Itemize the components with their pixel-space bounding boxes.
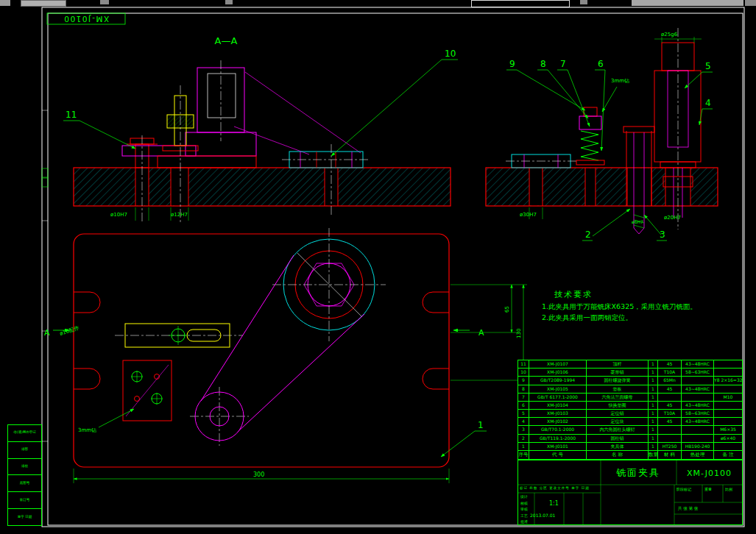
tech-requirements: 技术要求 1.此夹具用于万能铣床X6325，采用立铣刀铣面。 2.此夹具采用一面…: [542, 290, 697, 321]
margin-marks: [42, 168, 48, 187]
bom-cell: [714, 402, 742, 409]
bom-cell: T10A: [658, 369, 682, 376]
bom-cell: 顶杆: [587, 360, 649, 368]
bom-row: 4XM-J0102定位块14543~48HRC: [518, 418, 742, 426]
bom-cell: 43~48HRC: [682, 418, 714, 425]
bom-cell: 定位块: [587, 418, 649, 425]
bom-cell: 1: [649, 360, 658, 368]
bom-cell: [682, 435, 714, 442]
bom-cell: [714, 418, 742, 425]
bom-cell: [714, 443, 742, 450]
callout-8: 8: [540, 59, 546, 69]
scale-label: 比例: [725, 487, 732, 491]
bom-header-row: 序号代 号名 称数量材 料热处理备 注: [518, 451, 742, 459]
bom-cell: XM-J0101: [529, 443, 587, 450]
bom-row: 11XM-J0107顶杆14543~48HRC: [518, 360, 742, 369]
bom-cell: 数量: [649, 451, 658, 459]
dim-65: 65: [504, 306, 510, 313]
callout-1: 1: [478, 420, 484, 430]
bom-cell: 材 料: [658, 451, 682, 459]
dim-130: 130: [516, 329, 522, 338]
bom-cell: [714, 410, 742, 417]
callout-10: 10: [445, 49, 456, 59]
bom-cell: [714, 385, 742, 393]
bom-row: 10XM-J0106菱形销1T10A58~63HRC: [518, 369, 742, 377]
bom-cell: 1: [649, 394, 658, 401]
bom-cell: 65Mn: [658, 377, 682, 384]
bom-cell: 7: [518, 394, 529, 401]
front-view: A—A: [74, 35, 451, 224]
bom-cell: HT250: [658, 443, 682, 450]
callout-6: 6: [598, 59, 604, 69]
dim-phi20: ø20H7: [664, 215, 681, 221]
bom-cell: 6: [518, 402, 529, 409]
bom-cell: 序号: [518, 451, 529, 459]
bom-cell: M6×35: [714, 426, 742, 433]
margin-info-row: 签字 日期: [8, 509, 41, 525]
screen: XM-J0100 A—A: [0, 0, 756, 534]
dim-phi25: ø25g6: [661, 32, 678, 38]
note-phi16: ø16配作: [59, 325, 80, 337]
bom-cell: 1: [649, 418, 658, 425]
bom-row: 5XM-J0103定位销1T10A58~63HRC: [518, 410, 742, 418]
bom-cell: 1: [649, 402, 658, 409]
bom-cell: 1: [649, 443, 658, 450]
tech-title: 技术要求: [554, 290, 593, 299]
titleblock-role-label: 审核: [520, 507, 528, 511]
revision-header-row: 标记 处数 分区 更改文件号 签字 日期: [520, 486, 590, 490]
margin-info-row: 借(通)用件登记: [8, 425, 41, 442]
bom-cell: 夹具体: [587, 443, 649, 450]
bom-cell: 45: [658, 385, 682, 393]
bom-cell: 1: [649, 385, 658, 393]
bom-row: 6XM-J0104快换垫圈14543~48HRC: [518, 402, 742, 410]
bom-cell: 定位销: [587, 410, 649, 417]
title-block: 铣面夹具 XM-J0100 标记 处数 分区 更改文件号 签字 日期 阶段标记 …: [517, 460, 743, 525]
bom-cell: HB190-240: [682, 443, 714, 450]
bom-cell: GB/T70.1-2000: [529, 426, 587, 433]
bom-cell: XM-J0102: [529, 418, 587, 425]
scale-value: 1:1: [549, 500, 559, 507]
bom-cell: 1: [649, 426, 658, 433]
bom-row: 2GB/T119.1-2000圆柱销1ø6×40: [518, 435, 742, 443]
bom-cell: 代 号: [529, 451, 587, 459]
bom-cell: 43~48HRC: [682, 385, 714, 393]
bom-row: 9GB/T2089-1994圆柱螺旋弹簧165MnY8 2×16=32: [518, 377, 742, 385]
callout-3: 3: [660, 229, 665, 240]
bom-cell: 58~63HRC: [682, 369, 714, 376]
drawing-title: 铣面夹具: [601, 466, 675, 480]
section-mark-right: A: [478, 328, 484, 338]
bom-cell: 名 称: [587, 451, 649, 459]
bom-cell: XM-J0105: [529, 385, 587, 393]
section-mark-left: A: [44, 328, 50, 338]
bom-cell: 58~63HRC: [682, 410, 714, 417]
sheet-count-label: 共 张 第 张: [678, 506, 698, 511]
dim-phi6: ø6H7: [632, 219, 643, 224]
bom-cell: 1: [649, 410, 658, 417]
bom-cell: [658, 426, 682, 433]
dim-phi10: ø10H7: [110, 212, 127, 218]
bom-cell: 43~48HRC: [682, 402, 714, 409]
bom-cell: 5: [518, 410, 529, 417]
bom-cell: XM-J0104: [529, 402, 587, 409]
margin-info-block: 借(通)用件登记描图描校底图号装订号签字 日期: [7, 424, 42, 526]
sheet-tag-text: XM-J0100: [63, 15, 109, 24]
bom-cell: [682, 377, 714, 384]
bom-cell: XM-J0103: [529, 410, 587, 417]
bom-cell: Y8 2×16=32: [714, 377, 742, 384]
bom-cell: 8: [518, 385, 529, 393]
bom-cell: 圆柱销: [587, 435, 649, 442]
bom-cell: GB/T2089-1994: [529, 377, 587, 384]
callout-2: 2: [585, 229, 591, 240]
titleblock-role-label: 批准: [520, 519, 528, 524]
bom-cell: 45: [658, 402, 682, 409]
bom-cell: ø6×40: [714, 435, 742, 442]
date-value: 2013.07.01: [530, 513, 555, 518]
bom-cell: 9: [518, 377, 529, 384]
tech-line-1: 1.此夹具用于万能铣床X6325，采用立铣刀铣面。: [542, 302, 697, 310]
bom-cell: 内六角圆柱头螺钉: [587, 426, 649, 433]
bom-cell: [658, 394, 682, 401]
bom-cell: [714, 369, 742, 376]
titleblock-role-label: 校核: [520, 501, 528, 505]
dim-phi12: ø12H7: [171, 212, 188, 218]
note-drill-a: 3mm钻: [611, 78, 629, 84]
